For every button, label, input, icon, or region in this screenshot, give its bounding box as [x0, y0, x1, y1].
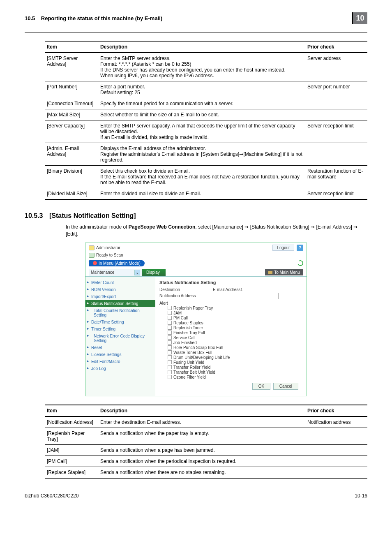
cell-desc: Sends a notification when the paper tray… — [99, 428, 306, 444]
cell-item: [Admin. E-mail Address] — [45, 143, 99, 166]
alert-row: Fusing Unit Yield — [159, 360, 302, 365]
panel-title: Status Notification Setting — [159, 280, 302, 285]
cell-item: [PM Call] — [45, 456, 99, 467]
admin-sidebar: Meter Count ROM Version Import/Export St… — [85, 277, 155, 396]
th-item: Item — [45, 405, 99, 416]
header-section-title: Reporting the status of this machine (by… — [41, 15, 162, 21]
refresh-icon[interactable] — [297, 259, 304, 267]
section-body: In the administrator mode of PageScope W… — [66, 224, 363, 238]
page-footer: bizhub C360/C280/C220 10-16 — [25, 493, 367, 499]
table-row: [Binary Division]Select this check box t… — [45, 166, 367, 188]
admin-main: Status Notification Setting Destination … — [155, 277, 307, 396]
table-row: [Port Number]Enter a port number. Defaul… — [45, 81, 367, 98]
alert-row: Finisher Tray Full — [159, 331, 302, 335]
cell-prior — [306, 444, 367, 456]
alert-row: Ozone Filter Yield — [159, 375, 302, 379]
cell-prior: Restoration function of E-mail software — [306, 166, 367, 188]
cell-item: [Connection Timeout] — [45, 98, 99, 109]
alert-row: Transfer Roller Yield — [159, 365, 302, 370]
logout-button[interactable]: Logout — [272, 245, 294, 251]
notification-address-input[interactable] — [213, 293, 279, 299]
cell-item: [SMTP Server Address] — [45, 53, 99, 81]
ok-button[interactable]: OK — [252, 383, 270, 390]
sidebar-item-network-error[interactable]: Network Error Code Display Setting — [85, 333, 155, 344]
notification-address-row: Notification Address — [159, 293, 302, 299]
sidebar-item-license[interactable]: License Settings — [85, 351, 155, 358]
cell-prior: Server reception limit — [306, 120, 367, 143]
checkbox[interactable] — [168, 365, 172, 369]
sidebar-item-status-notification[interactable]: Status Notification Setting — [85, 300, 155, 307]
sidebar-item-total-counter[interactable]: Total Counter Notification Setting — [85, 307, 155, 319]
table-row: [JAM]Sends a notification when a page ha… — [45, 444, 367, 456]
cell-desc: Displays the E-mail address of the admin… — [99, 143, 306, 166]
checkbox[interactable] — [168, 326, 172, 330]
sidebar-item-rom-version[interactable]: ROM Version — [85, 286, 155, 293]
table-row: [SMTP Server Address]Enter the SMTP serv… — [45, 53, 367, 81]
cell-item: [JAM] — [45, 444, 99, 456]
sidebar-item-import-export[interactable]: Import/Export — [85, 293, 155, 300]
checkbox[interactable] — [168, 340, 172, 345]
mode-icon — [93, 261, 97, 265]
cancel-button[interactable]: Cancel — [273, 383, 298, 390]
section-number: 10.5.3 — [25, 212, 49, 220]
destination-label: Destination — [159, 287, 213, 292]
checkbox[interactable] — [168, 316, 172, 320]
table-row: [Connection Timeout]Specify the timeout … — [45, 98, 367, 109]
table-row: [Divided Mail Size]Enter the divided mai… — [45, 188, 367, 200]
sidebar-item-meter-count[interactable]: Meter Count — [85, 279, 155, 286]
cell-desc: Enter the divided mail size to divide an… — [99, 188, 306, 200]
alert-label-text: Transfer Roller Yield — [173, 365, 210, 370]
table-row: [Replenish Paper Tray]Sends a notificati… — [45, 428, 367, 444]
checkbox[interactable] — [168, 335, 172, 340]
table2-body: [Notification Address]Enter the destinat… — [45, 416, 367, 478]
dropdown-caret-icon: ⌄ — [134, 270, 140, 275]
alert-label-text: Waste Toner Box Full — [173, 350, 212, 355]
table-row: [Max Mail Size]Select whether to limit t… — [45, 109, 367, 120]
destination-row: Destination E-mail Address1 — [159, 287, 302, 292]
footer-rule — [25, 491, 367, 491]
alert-label-text: Fusing Unit Yield — [173, 360, 204, 365]
th-prior: Prior check — [306, 41, 367, 53]
checkbox[interactable] — [168, 345, 172, 349]
cell-prior — [306, 428, 367, 444]
help-icon[interactable]: ? — [297, 245, 303, 251]
checkbox[interactable] — [168, 311, 172, 315]
header-rule — [25, 32, 367, 32]
header-title: 10.5 Reporting the status of this machin… — [25, 15, 162, 21]
alert-row: Replenish Toner — [159, 326, 302, 330]
alert-row: Hole-Punch Scrap Box Full — [159, 345, 302, 350]
sidebar-item-job-log[interactable]: Job Log — [85, 365, 155, 372]
alert-row: Service Call — [159, 335, 302, 340]
alert-row: Transfer Belt Unit Yield — [159, 370, 302, 375]
th-desc: Description — [99, 41, 306, 53]
display-tab[interactable]: Display — [142, 269, 166, 276]
alert-row: Replenish Paper Tray — [159, 306, 302, 310]
checkbox[interactable] — [168, 375, 172, 379]
table-row: [Replace Staples]Sends a notification wh… — [45, 467, 367, 478]
cell-item: [Binary Division] — [45, 166, 99, 188]
sidebar-item-reset[interactable]: Reset — [85, 344, 155, 351]
alert-row: JAM — [159, 311, 302, 315]
checkbox[interactable] — [168, 355, 172, 359]
cell-item: [Divided Mail Size] — [45, 188, 99, 200]
table-row: [Server Capacity]Enter the SMTP server c… — [45, 120, 367, 143]
page-header: 10.5 Reporting the status of this machin… — [25, 12, 367, 24]
checkbox[interactable] — [168, 370, 172, 374]
cell-desc: Sends a notification when a page has bee… — [99, 444, 306, 456]
printer-icon — [89, 253, 95, 258]
checkbox[interactable] — [168, 331, 172, 335]
checkbox[interactable] — [168, 350, 172, 354]
sidebar-item-edit-font[interactable]: Edit Font/Macro — [85, 358, 155, 365]
to-main-menu-button[interactable]: To Main Menu — [265, 269, 303, 275]
cell-item: [Port Number] — [45, 81, 99, 98]
cell-item: [Notification Address] — [45, 416, 99, 428]
sidebar-item-date-time[interactable]: Date/Time Setting — [85, 319, 155, 326]
checkbox[interactable] — [168, 360, 172, 364]
checkbox[interactable] — [168, 321, 172, 325]
mode-text: In Menu (Admin Mode) — [99, 261, 141, 266]
sidebar-item-timer[interactable]: Timer Setting — [85, 326, 155, 333]
checkbox[interactable] — [168, 306, 172, 310]
maintenance-dropdown[interactable]: Maintenance ⌄ — [89, 269, 142, 276]
cell-prior: Notification address — [306, 416, 367, 428]
notification-address-label: Notification Address — [159, 294, 213, 298]
